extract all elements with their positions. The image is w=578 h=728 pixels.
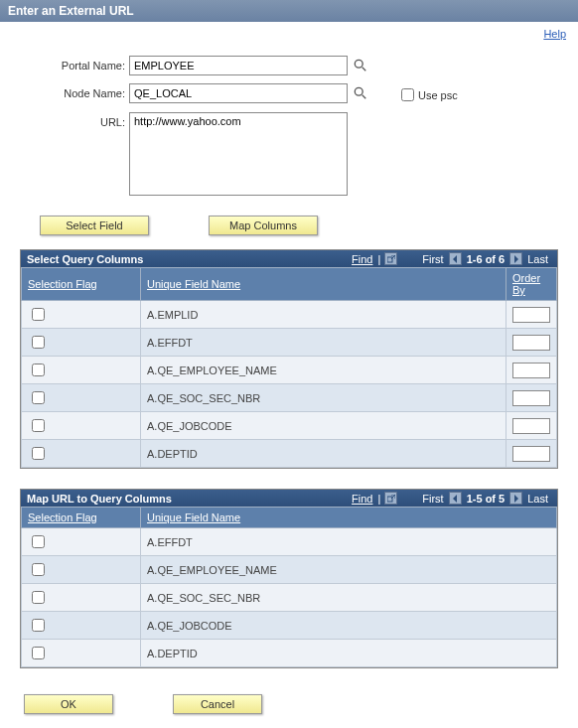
cancel-button[interactable]: Cancel <box>173 694 262 714</box>
grid1-find-link[interactable]: Find <box>352 253 372 265</box>
grid1-next-button[interactable] <box>509 252 522 265</box>
field-name-cell: A.QE_EMPLOYEE_NAME <box>141 357 506 384</box>
row-select-checkbox[interactable] <box>32 308 45 321</box>
svg-rect-6 <box>387 497 392 502</box>
row-select-checkbox[interactable] <box>32 336 45 349</box>
grid1-title: Select Query Columns <box>27 253 143 265</box>
map-url-grid: Map URL to Query Columns Find | First 1-… <box>20 489 558 668</box>
svg-point-0 <box>355 60 362 68</box>
grid2-col-unique-field[interactable]: Unique Field Name <box>147 511 240 523</box>
magnifier-icon <box>354 86 367 100</box>
help-link[interactable]: Help <box>543 28 566 40</box>
node-lookup-button[interactable] <box>352 84 369 102</box>
field-name-cell: A.DEPTID <box>141 440 506 468</box>
grid2-find-link[interactable]: Find <box>352 493 372 505</box>
grid2-next-button[interactable] <box>509 492 522 505</box>
popup-icon <box>387 495 395 503</box>
portal-lookup-button[interactable] <box>352 57 369 74</box>
row-select-checkbox[interactable] <box>32 563 45 576</box>
table-row: A.DEPTID <box>22 640 557 667</box>
grid1-prev-button[interactable] <box>449 252 462 265</box>
field-name-cell: A.EFFDT <box>141 528 557 556</box>
order-by-input[interactable] <box>512 418 550 434</box>
grid2-range: 1-5 of 5 <box>467 493 506 505</box>
grid2-last-link[interactable]: Last <box>527 493 548 505</box>
chevron-right-icon <box>512 255 520 263</box>
order-by-input[interactable] <box>512 307 550 323</box>
field-name-cell: A.QE_SOC_SEC_NBR <box>141 584 557 612</box>
field-name-cell: A.EFFDT <box>141 329 506 357</box>
help-area: Help <box>0 22 578 46</box>
table-row: A.EFFDT <box>22 528 557 556</box>
portal-name-label: Portal Name: <box>20 56 129 72</box>
grid2-col-selection-flag[interactable]: Selection Flag <box>28 511 97 523</box>
row-select-checkbox[interactable] <box>32 447 45 460</box>
table-row: A.EMPLID <box>22 301 557 329</box>
order-by-input[interactable] <box>512 446 550 462</box>
select-field-button[interactable]: Select Field <box>40 216 149 235</box>
svg-point-2 <box>355 87 362 95</box>
url-label: URL: <box>20 112 129 128</box>
table-row: A.QE_SOC_SEC_NBR <box>22 384 557 412</box>
table-row: A.QE_JOBCODE <box>22 612 557 640</box>
order-by-input[interactable] <box>512 363 550 378</box>
grid1-first-link[interactable]: First <box>422 253 443 265</box>
table-row: A.QE_EMPLOYEE_NAME <box>22 357 557 384</box>
page-title-bar: Enter an External URL <box>0 0 578 22</box>
row-select-checkbox[interactable] <box>32 535 45 548</box>
grid1-view-all-button[interactable] <box>384 252 397 265</box>
grid2-view-all-button[interactable] <box>384 492 397 505</box>
map-columns-button[interactable]: Map Columns <box>209 216 318 235</box>
ok-button[interactable]: OK <box>24 694 113 714</box>
grid2-first-link[interactable]: First <box>422 493 443 505</box>
popup-icon <box>387 255 395 263</box>
url-textarea[interactable] <box>129 112 348 196</box>
node-name-label: Node Name: <box>20 83 129 99</box>
form-area: Portal Name: Node Name: Use psc URL: <box>0 46 578 210</box>
chevron-left-icon <box>451 255 459 263</box>
table-row: A.EFFDT <box>22 329 557 357</box>
svg-line-1 <box>362 68 366 72</box>
field-name-cell: A.EMPLID <box>141 301 506 329</box>
select-query-columns-grid: Select Query Columns Find | First 1-6 of… <box>20 249 558 469</box>
row-select-checkbox[interactable] <box>32 419 45 432</box>
use-psc-checkbox[interactable] <box>401 88 414 101</box>
page-title: Enter an External URL <box>8 4 134 18</box>
order-by-input[interactable] <box>512 390 550 406</box>
grid1-col-order-by[interactable]: Order By <box>512 272 540 296</box>
field-name-cell: A.DEPTID <box>141 640 557 667</box>
use-psc-label: Use psc <box>418 89 458 101</box>
table-row: A.QE_SOC_SEC_NBR <box>22 584 557 612</box>
grid2-title: Map URL to Query Columns <box>27 493 172 505</box>
grid1-range: 1-6 of 6 <box>467 253 506 265</box>
field-name-cell: A.QE_JOBCODE <box>141 412 506 440</box>
portal-name-input[interactable] <box>129 56 348 75</box>
field-name-cell: A.QE_SOC_SEC_NBR <box>141 384 506 412</box>
row-select-checkbox[interactable] <box>32 364 45 376</box>
svg-line-3 <box>362 95 366 99</box>
field-name-cell: A.QE_JOBCODE <box>141 612 557 640</box>
row-select-checkbox[interactable] <box>32 391 45 404</box>
grid2-prev-button[interactable] <box>449 492 462 505</box>
magnifier-icon <box>354 59 367 73</box>
node-name-input[interactable] <box>129 83 348 103</box>
row-select-checkbox[interactable] <box>32 591 45 604</box>
table-row: A.QE_EMPLOYEE_NAME <box>22 556 557 584</box>
grid1-col-selection-flag[interactable]: Selection Flag <box>28 278 97 290</box>
order-by-input[interactable] <box>512 335 550 351</box>
svg-rect-4 <box>387 257 392 262</box>
row-select-checkbox[interactable] <box>32 619 45 632</box>
table-row: A.QE_JOBCODE <box>22 412 557 440</box>
chevron-left-icon <box>451 495 459 503</box>
row-select-checkbox[interactable] <box>32 647 45 659</box>
chevron-right-icon <box>512 495 520 503</box>
grid1-col-unique-field[interactable]: Unique Field Name <box>147 278 240 290</box>
table-row: A.DEPTID <box>22 440 557 468</box>
grid1-last-link[interactable]: Last <box>527 253 548 265</box>
field-name-cell: A.QE_EMPLOYEE_NAME <box>141 556 557 584</box>
